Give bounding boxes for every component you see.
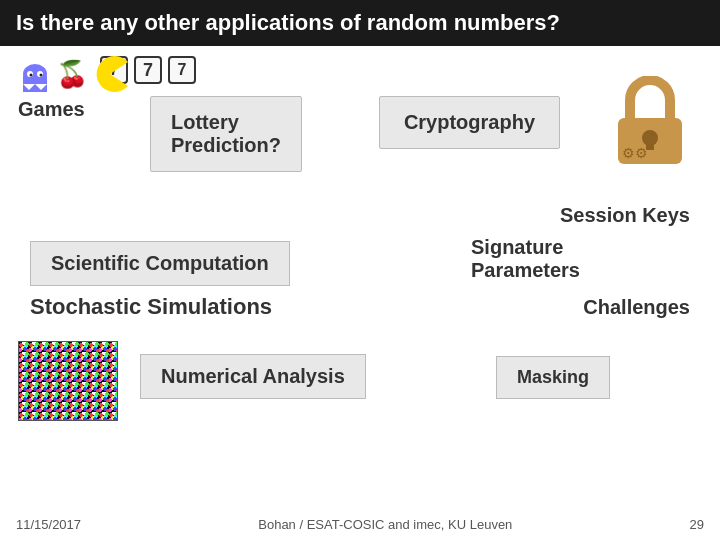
cryptography-box: Cryptography xyxy=(379,96,560,149)
pacman-icon xyxy=(92,56,128,92)
scientific-computation-box: Scientific Computation xyxy=(30,241,290,286)
numerical-analysis-box: Numerical Analysis xyxy=(140,354,366,399)
dice-3: 7 xyxy=(168,56,196,84)
ghost-icon xyxy=(18,56,52,92)
footer: 11/15/2017 Bohan / ESAT-COSIC and imec, … xyxy=(0,513,720,536)
games-section: 🍒 Games xyxy=(18,56,128,121)
svg-point-5 xyxy=(30,74,33,77)
noise-image xyxy=(18,341,118,421)
games-label: Games xyxy=(18,98,85,121)
svg-marker-2 xyxy=(23,84,47,92)
stochastic-simulations-label: Stochastic Simulations xyxy=(30,294,272,320)
signature-parameters-label: Signature Parameters xyxy=(471,236,580,282)
footer-page: 29 xyxy=(690,517,704,532)
page-title: Is there any other applications of rando… xyxy=(0,0,720,46)
pacman-row: 🍒 xyxy=(18,56,128,92)
footer-date: 11/15/2017 xyxy=(16,517,81,532)
dice-2: 7 xyxy=(134,56,162,84)
cherry-icon: 🍒 xyxy=(56,59,88,90)
svg-point-6 xyxy=(40,74,43,77)
session-keys-label: Session Keys xyxy=(560,204,690,227)
challenges-label: Challenges xyxy=(583,296,690,319)
lock-icon: ⚙⚙ xyxy=(610,76,690,166)
footer-author: Bohan / ESAT-COSIC and imec, KU Leuven xyxy=(258,517,512,532)
svg-text:⚙⚙: ⚙⚙ xyxy=(622,145,648,161)
svg-rect-1 xyxy=(23,76,47,84)
masking-box: Masking xyxy=(496,356,610,399)
lottery-prediction-box: Lottery Prediction? xyxy=(150,96,302,172)
